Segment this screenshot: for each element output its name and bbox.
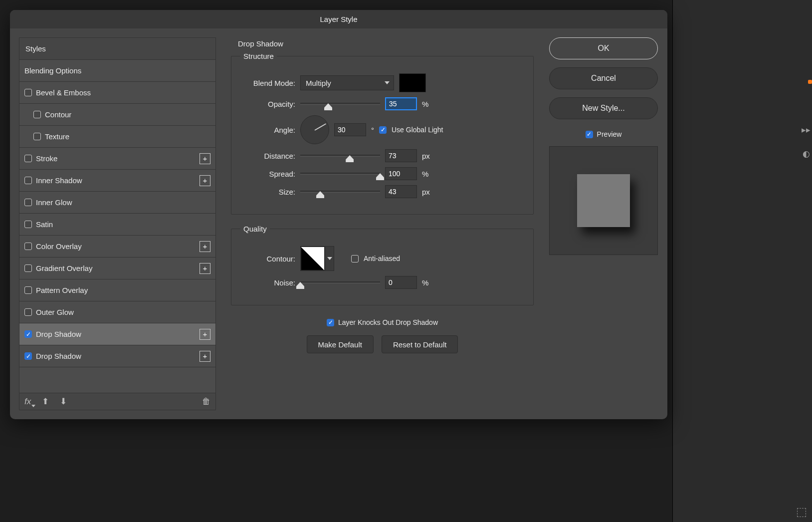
use-global-light-label: Use Global Light bbox=[392, 126, 443, 134]
effects-list: Styles Blending OptionsBevel & EmbossCon… bbox=[19, 37, 216, 410]
noise-input[interactable] bbox=[385, 276, 417, 289]
sidebar-item-stroke[interactable]: Stroke+ bbox=[19, 148, 215, 170]
angle-input[interactable] bbox=[334, 123, 366, 136]
distance-label: Distance: bbox=[240, 152, 295, 160]
effect-panel-title: Drop Shadow bbox=[231, 37, 534, 52]
effect-settings-panel: Drop Shadow Structure Blend Mode: Multip… bbox=[231, 37, 534, 410]
sidebar-item-texture[interactable]: Texture bbox=[19, 126, 215, 148]
adjustments-icon[interactable]: ◐ bbox=[801, 149, 811, 159]
effect-checkbox[interactable] bbox=[24, 89, 32, 96]
sidebar-item-contour[interactable]: Contour bbox=[19, 104, 215, 126]
add-effect-icon[interactable]: + bbox=[200, 329, 210, 340]
anti-aliased-checkbox[interactable] bbox=[351, 255, 359, 262]
effect-checkbox[interactable] bbox=[24, 264, 32, 272]
effects-toolbar: fx ⬆ ⬇ 🗑 bbox=[19, 393, 215, 410]
effect-checkbox[interactable] bbox=[24, 330, 32, 338]
sidebar-item-satin[interactable]: Satin bbox=[19, 214, 215, 236]
effect-checkbox[interactable] bbox=[24, 221, 32, 228]
quality-group: Quality Contour: Anti-aliased Noise: bbox=[231, 225, 534, 305]
sidebar-item-label: Pattern Overlay bbox=[36, 286, 88, 294]
spread-unit: % bbox=[422, 170, 428, 178]
sidebar-item-outer-glow[interactable]: Outer Glow bbox=[19, 301, 215, 323]
opacity-slider[interactable] bbox=[300, 99, 380, 109]
sidebar-item-drop-shadow[interactable]: Drop Shadow+ bbox=[19, 323, 215, 345]
sidebar-item-label: Contour bbox=[45, 110, 71, 119]
preview-checkbox[interactable] bbox=[586, 131, 593, 138]
opacity-label: Opacity: bbox=[240, 100, 295, 108]
effects-sidebar: Styles Blending OptionsBevel & EmbossCon… bbox=[19, 37, 216, 410]
layer-style-dialog: Layer Style Styles Blending OptionsBevel… bbox=[10, 10, 667, 419]
app-right-panel: ▸▸ ◐ bbox=[672, 0, 812, 522]
resize-handle-icon[interactable] bbox=[797, 508, 806, 517]
sidebar-item-inner-shadow[interactable]: Inner Shadow+ bbox=[19, 170, 215, 192]
dialog-actions: OK Cancel New Style... Preview bbox=[549, 37, 658, 410]
distance-slider[interactable] bbox=[300, 151, 380, 161]
move-down-icon[interactable]: ⬇ bbox=[60, 396, 67, 407]
opacity-input[interactable] bbox=[385, 97, 417, 110]
preview-label: Preview bbox=[597, 130, 622, 138]
contour-label: Contour: bbox=[240, 255, 295, 263]
ok-button[interactable]: OK bbox=[549, 37, 658, 59]
panel-expand-icon[interactable]: ▸▸ bbox=[801, 125, 811, 135]
fx-menu-icon[interactable]: fx bbox=[24, 397, 31, 407]
chevron-down-icon[interactable] bbox=[325, 247, 334, 270]
angle-dial[interactable] bbox=[300, 115, 329, 144]
noise-slider[interactable] bbox=[300, 277, 380, 287]
sidebar-item-bevel-emboss[interactable]: Bevel & Emboss bbox=[19, 82, 215, 104]
blend-mode-value: Multiply bbox=[306, 79, 331, 87]
knockout-checkbox[interactable] bbox=[327, 319, 334, 326]
sidebar-item-inner-glow[interactable]: Inner Glow bbox=[19, 192, 215, 214]
quality-legend: Quality bbox=[240, 225, 270, 233]
spread-label: Spread: bbox=[240, 170, 295, 178]
sidebar-item-label: Inner Glow bbox=[36, 198, 72, 207]
shadow-color-swatch[interactable] bbox=[399, 73, 426, 92]
effect-checkbox[interactable] bbox=[24, 286, 32, 294]
sidebar-item-color-overlay[interactable]: Color Overlay+ bbox=[19, 236, 215, 258]
effect-checkbox[interactable] bbox=[24, 243, 32, 250]
add-effect-icon[interactable]: + bbox=[200, 263, 210, 274]
add-effect-icon[interactable]: + bbox=[200, 153, 210, 164]
effect-checkbox[interactable] bbox=[24, 155, 32, 162]
reset-default-button[interactable]: Reset to Default bbox=[382, 335, 458, 353]
effect-checkbox[interactable] bbox=[33, 133, 41, 140]
effect-checkbox[interactable] bbox=[24, 352, 32, 360]
make-default-button[interactable]: Make Default bbox=[307, 335, 374, 353]
sidebar-item-label: Satin bbox=[36, 220, 53, 229]
sidebar-item-drop-shadow[interactable]: Drop Shadow+ bbox=[19, 345, 215, 367]
blend-mode-select[interactable]: Multiply bbox=[300, 75, 394, 90]
preview-box bbox=[549, 146, 658, 255]
sidebar-item-label: Color Overlay bbox=[36, 242, 82, 251]
size-slider[interactable] bbox=[300, 187, 380, 197]
angle-label: Angle: bbox=[240, 126, 295, 134]
blend-mode-label: Blend Mode: bbox=[240, 79, 295, 87]
effects-header[interactable]: Styles bbox=[19, 38, 215, 60]
effect-checkbox[interactable] bbox=[33, 111, 41, 118]
spread-slider[interactable] bbox=[300, 169, 380, 179]
sidebar-item-label: Outer Glow bbox=[36, 308, 74, 316]
effect-checkbox[interactable] bbox=[24, 177, 32, 184]
sidebar-item-gradient-overlay[interactable]: Gradient Overlay+ bbox=[19, 258, 215, 279]
effect-checkbox[interactable] bbox=[24, 199, 32, 206]
sidebar-item-label: Inner Shadow bbox=[36, 176, 82, 185]
cancel-button[interactable]: Cancel bbox=[549, 67, 658, 89]
distance-unit: px bbox=[422, 152, 430, 160]
sidebar-item-label: Gradient Overlay bbox=[36, 264, 92, 272]
sidebar-item-blending-options[interactable]: Blending Options bbox=[19, 60, 215, 82]
anti-aliased-label: Anti-aliased bbox=[364, 255, 400, 262]
effect-checkbox[interactable] bbox=[24, 308, 32, 316]
distance-input[interactable] bbox=[385, 149, 417, 162]
size-input[interactable] bbox=[385, 185, 417, 198]
new-style-button[interactable]: New Style... bbox=[549, 97, 658, 119]
use-global-light-checkbox[interactable] bbox=[379, 126, 387, 134]
sidebar-item-pattern-overlay[interactable]: Pattern Overlay bbox=[19, 279, 215, 301]
spread-input[interactable] bbox=[385, 167, 417, 180]
add-effect-icon[interactable]: + bbox=[200, 175, 210, 186]
trash-icon[interactable]: 🗑 bbox=[202, 397, 210, 407]
structure-legend: Structure bbox=[240, 52, 277, 60]
add-effect-icon[interactable]: + bbox=[200, 351, 210, 362]
contour-picker[interactable] bbox=[300, 246, 334, 271]
angle-unit: ° bbox=[371, 126, 374, 134]
add-effect-icon[interactable]: + bbox=[200, 241, 210, 252]
move-up-icon[interactable]: ⬆ bbox=[42, 396, 49, 407]
size-unit: px bbox=[422, 188, 430, 196]
